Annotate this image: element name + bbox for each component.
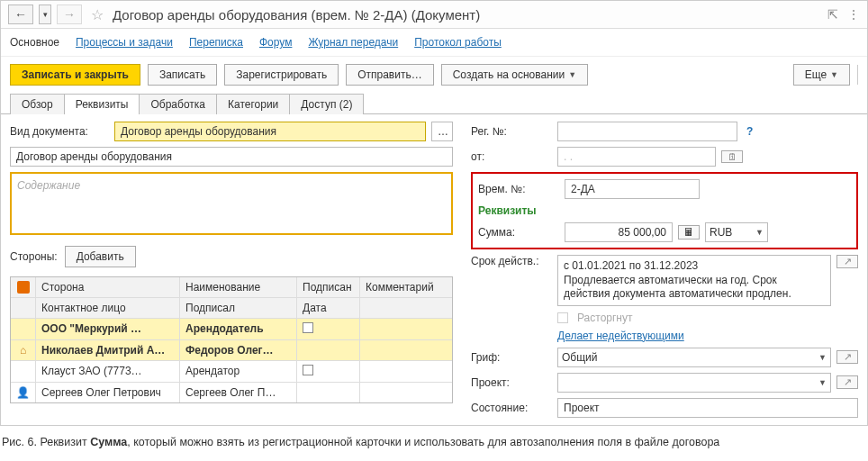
nav-work-protocol[interactable]: Протокол работы	[414, 36, 502, 49]
reg-no-input[interactable]	[557, 122, 737, 141]
col-contact[interactable]: Контактное лицо	[36, 298, 180, 318]
create-based-button[interactable]: Создать на основании ▼	[441, 64, 588, 86]
row-icon: 👤	[11, 383, 36, 402]
terminated-label: Расторгнут	[577, 312, 633, 324]
tab-processing[interactable]: Обработка	[139, 94, 217, 114]
from-date-input[interactable]: . .	[557, 147, 716, 167]
cell-comment	[360, 319, 452, 339]
row-icon: ⌂	[11, 340, 36, 360]
col-comment[interactable]: Комментарий	[360, 277, 452, 297]
detach-icon[interactable]: ⇱	[827, 7, 838, 22]
cell-name: Арендодатель	[180, 319, 297, 339]
col-name[interactable]: Наименование	[180, 277, 297, 297]
forward-button[interactable]: →	[57, 5, 82, 24]
doc-type-input[interactable]: Договор аренды оборудования	[114, 122, 426, 141]
amount-label: Сумма:	[478, 226, 559, 239]
project-open-button[interactable]: ↗	[836, 375, 858, 389]
amount-input[interactable]: 85 000,00	[565, 222, 673, 242]
state-input[interactable]: Проект	[557, 398, 858, 418]
grif-value: Общий	[562, 351, 598, 364]
tab-requisites[interactable]: Реквизиты	[64, 94, 140, 114]
register-button[interactable]: Зарегистрировать	[224, 64, 339, 86]
cell-side: Клауст ЗАО (7773…	[36, 361, 180, 382]
sides-table: Сторона Наименование Подписан Комментари…	[10, 276, 453, 403]
separator	[857, 65, 858, 85]
nav-correspondence[interactable]: Переписка	[189, 36, 243, 49]
chevron-down-icon: ▼	[568, 70, 576, 79]
currency-value: RUB	[710, 226, 732, 239]
row-icon	[11, 319, 36, 339]
cell-name: Арендатор	[180, 361, 297, 382]
more-button[interactable]: Еще ▼	[793, 64, 850, 86]
make-invalid-link[interactable]: Делает недействующими	[557, 330, 684, 342]
cell-signed	[297, 340, 360, 360]
terminated-checkbox[interactable]	[557, 312, 568, 323]
back-menu-button[interactable]: ▾	[39, 5, 51, 24]
help-icon[interactable]: ?	[743, 125, 756, 138]
figure-caption: Рис. 6. Реквизит Сумма, который можно вз…	[0, 426, 868, 454]
cell-signed[interactable]	[297, 361, 360, 382]
cell-side: ООО "Меркурий …	[36, 319, 180, 339]
chevron-down-icon: ▼	[830, 70, 838, 79]
calculator-button[interactable]: 🖩	[678, 225, 700, 240]
sides-label: Стороны:	[10, 250, 58, 263]
calculator-icon: 🖩	[683, 226, 694, 239]
content-textarea[interactable]: Содержание	[10, 172, 453, 235]
cell-comment	[360, 383, 452, 402]
col-signed-by[interactable]: Подписал	[180, 298, 297, 318]
validity-open-button[interactable]: ↗	[836, 255, 858, 268]
caption-bold: Сумма	[90, 436, 127, 448]
state-label: Состояние:	[471, 402, 552, 414]
open-icon: ↗	[844, 256, 852, 267]
grif-open-button[interactable]: ↗	[836, 350, 858, 364]
col-empty	[360, 298, 452, 318]
send-button[interactable]: Отправить…	[346, 64, 434, 86]
nav-transfer-log[interactable]: Журнал передачи	[308, 36, 398, 49]
cell-side: Сергеев Олег Петрович	[36, 383, 180, 402]
col-icon-sub	[11, 298, 36, 318]
more-vertical-icon[interactable]: ⋮	[847, 7, 860, 22]
table-row[interactable]: ООО "Меркурий … Арендодатель	[11, 319, 452, 340]
validity-box[interactable]: с 01.01.2021 по 31.12.2023 Продлевается …	[557, 255, 831, 306]
back-button[interactable]: ←	[8, 5, 33, 24]
col-icon	[11, 277, 36, 297]
open-icon: ↗	[844, 351, 852, 363]
cell-signed	[297, 383, 360, 402]
highlight-box: Врем. №: 2-ДА Реквизиты Сумма: 85 000,00…	[471, 172, 858, 249]
write-button[interactable]: Записать	[148, 64, 217, 86]
col-side[interactable]: Сторона	[36, 277, 180, 297]
temp-no-input[interactable]: 2-ДА	[565, 179, 700, 199]
nav-processes[interactable]: Процессы и задачи	[76, 36, 173, 49]
cell-signed[interactable]	[297, 319, 360, 339]
chevron-down-icon: ▼	[755, 228, 764, 237]
currency-select[interactable]: RUB ▼	[705, 222, 768, 242]
from-label: от:	[471, 150, 552, 163]
checkbox-icon[interactable]	[303, 322, 313, 333]
favorite-button[interactable]: ☆	[87, 5, 107, 24]
write-and-close-button[interactable]: Записать и закрыть	[10, 64, 140, 86]
row-icon	[11, 361, 36, 382]
nav-forum[interactable]: Форум	[259, 36, 292, 49]
tab-access[interactable]: Доступ (2)	[289, 94, 364, 114]
col-date[interactable]: Дата	[297, 298, 360, 318]
table-row[interactable]: ⌂ Николаев Дмитрий А… Федоров Олег…	[11, 340, 452, 361]
nav-main[interactable]: Основное	[10, 36, 59, 49]
person-icon: 👤	[17, 386, 30, 399]
tab-review[interactable]: Обзор	[10, 94, 65, 114]
cell-name: Сергеев Олег П…	[180, 383, 297, 402]
doc-type-select-button[interactable]: …	[431, 122, 453, 141]
doc-name-input[interactable]: Договор аренды оборудования	[10, 147, 453, 167]
house-icon: ⌂	[17, 344, 30, 357]
table-row[interactable]: 👤 Сергеев Олег Петрович Сергеев Олег П…	[11, 383, 452, 402]
chevron-down-icon: ▼	[818, 378, 827, 387]
tab-categories[interactable]: Категории	[216, 94, 290, 114]
project-select[interactable]: ▼	[557, 373, 831, 393]
checkbox-icon[interactable]	[303, 365, 313, 375]
grif-select[interactable]: Общий ▼	[557, 348, 831, 367]
expand-icon[interactable]	[17, 281, 30, 294]
col-signed[interactable]: Подписан	[297, 277, 360, 297]
caption-suffix: , который можно взять из регистрационной…	[127, 436, 719, 448]
add-side-button[interactable]: Добавить	[65, 246, 136, 267]
table-row[interactable]: Клауст ЗАО (7773… Арендатор	[11, 361, 452, 383]
calendar-button[interactable]: 🗓	[721, 150, 743, 163]
